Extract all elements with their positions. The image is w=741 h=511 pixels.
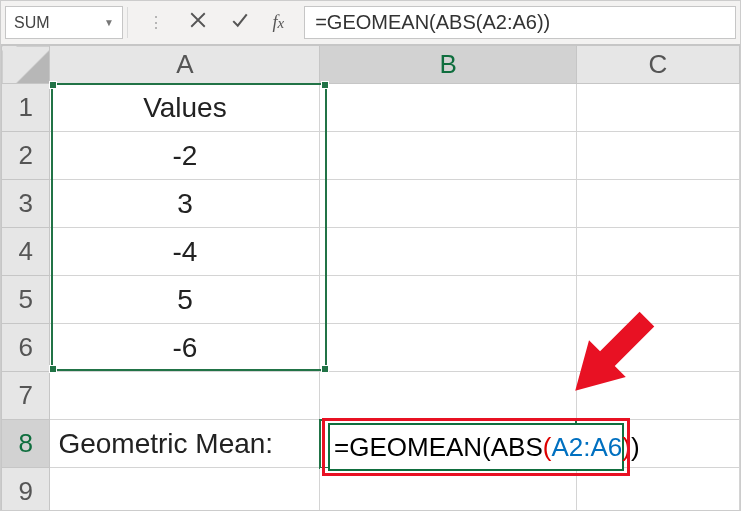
cell-c2[interactable]: [576, 132, 739, 180]
tok-rp1: ): [631, 432, 640, 463]
cell-c3[interactable]: [576, 180, 739, 228]
select-all-corner[interactable]: [2, 46, 50, 84]
cell-a2[interactable]: -2: [50, 132, 320, 180]
cell-a1[interactable]: Values: [50, 84, 320, 132]
formula-bar-buttons: ⋮ fx: [128, 1, 304, 44]
cell-c5[interactable]: [576, 276, 739, 324]
cell-b5[interactable]: [320, 276, 576, 324]
cell-c7[interactable]: [576, 372, 739, 420]
tok-eq: =: [334, 432, 349, 463]
cell-a7[interactable]: [50, 372, 320, 420]
formula-bar: SUM ▼ ⋮ fx =GEOMEAN(ABS(A2:A6)): [1, 1, 740, 45]
col-header-c[interactable]: C: [576, 46, 739, 84]
name-box[interactable]: SUM ▼: [5, 6, 123, 39]
cell-c9[interactable]: [576, 468, 739, 511]
cell-a3[interactable]: 3: [50, 180, 320, 228]
cell-c1[interactable]: [576, 84, 739, 132]
tok-fn1: GEOMEAN: [349, 432, 482, 463]
cell-a9[interactable]: [50, 468, 320, 511]
cell-b3[interactable]: [320, 180, 576, 228]
cell-editor[interactable]: =GEOMEAN(ABS(A2:A6)): [328, 423, 624, 471]
more-icon[interactable]: ⋮: [148, 13, 165, 32]
cell-b9[interactable]: [320, 468, 576, 511]
col-header-b[interactable]: B: [320, 46, 576, 84]
row-header-1[interactable]: 1: [2, 84, 50, 132]
row-header-5[interactable]: 5: [2, 276, 50, 324]
cancel-icon[interactable]: [189, 11, 207, 34]
cell-a8[interactable]: Geometric Mean:: [50, 420, 320, 468]
row-header-2[interactable]: 2: [2, 132, 50, 180]
cell-b6[interactable]: [320, 324, 576, 372]
cell-a6[interactable]: -6: [50, 324, 320, 372]
cell-b1[interactable]: [320, 84, 576, 132]
tok-rp2: ): [622, 432, 631, 463]
cell-a5[interactable]: 5: [50, 276, 320, 324]
tok-lp1: (: [482, 432, 491, 463]
enter-icon[interactable]: [231, 11, 249, 34]
tok-fn2: ABS: [491, 432, 543, 463]
row-header-9[interactable]: 9: [2, 468, 50, 511]
row-header-3[interactable]: 3: [2, 180, 50, 228]
cell-a4[interactable]: -4: [50, 228, 320, 276]
cell-c4[interactable]: [576, 228, 739, 276]
cell-b7[interactable]: [320, 372, 576, 420]
cell-b2[interactable]: [320, 132, 576, 180]
row-header-7[interactable]: 7: [2, 372, 50, 420]
tok-lp2: (: [543, 432, 552, 463]
fx-icon[interactable]: fx: [273, 12, 285, 33]
cell-b4[interactable]: [320, 228, 576, 276]
chevron-down-icon[interactable]: ▼: [104, 17, 114, 28]
formula-input[interactable]: =GEOMEAN(ABS(A2:A6)): [304, 6, 736, 39]
row-header-4[interactable]: 4: [2, 228, 50, 276]
name-box-value: SUM: [14, 14, 50, 32]
cell-c6[interactable]: [576, 324, 739, 372]
tok-ref: A2:A6: [551, 432, 622, 463]
row-header-6[interactable]: 6: [2, 324, 50, 372]
formula-text: =GEOMEAN(ABS(A2:A6)): [315, 11, 550, 34]
col-header-a[interactable]: A: [50, 46, 320, 84]
row-header-8[interactable]: 8: [2, 420, 50, 468]
